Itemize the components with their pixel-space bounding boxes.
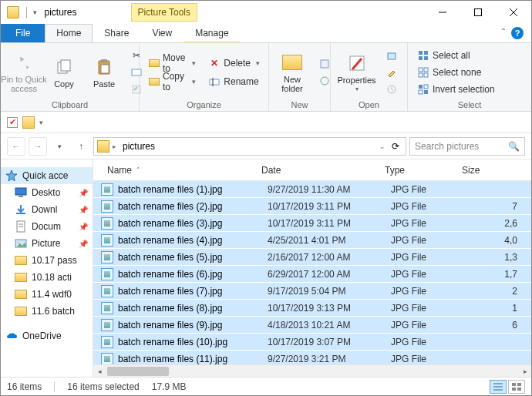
preview-pane-checkbox[interactable]: ✔ (7, 117, 18, 128)
file-row[interactable]: batch rename files (8).jpg10/17/2019 3:1… (93, 300, 531, 317)
file-type: JPG File (391, 337, 468, 347)
up-button[interactable]: ↑ (72, 137, 90, 156)
qat-dropdown[interactable]: ▾ (33, 8, 37, 16)
new-folder-button[interactable]: New folder (274, 47, 311, 98)
tab-home[interactable]: Home (45, 24, 93, 42)
properties-button[interactable]: Properties ▾ (335, 47, 378, 98)
sidebar-item[interactable]: OneDrive (1, 327, 93, 344)
svg-rect-45 (517, 388, 521, 391)
select-none-button[interactable]: Select none (412, 64, 500, 81)
close-button[interactable] (496, 1, 531, 24)
new-folder-icon (281, 52, 303, 73)
details-view-button[interactable] (490, 380, 507, 394)
scroll-right-icon[interactable]: ▸ (519, 365, 531, 377)
navigation-pane[interactable]: Quick acceDeskto📌Downl📌Docum📌Picture📌10.… (1, 159, 93, 377)
sidebar-item[interactable]: 11.4 wdf0 (1, 286, 93, 303)
file-row[interactable]: batch rename files (3).jpg10/17/2019 3:1… (93, 215, 531, 232)
paste-button[interactable]: Paste (86, 47, 123, 98)
titlebar: │ ▾ pictures Picture Tools (1, 1, 531, 24)
file-row[interactable]: batch rename files (5).jpg2/16/2017 12:0… (93, 249, 531, 266)
svg-rect-32 (19, 196, 23, 197)
tab-view[interactable]: View (140, 24, 184, 42)
pin-quick-access-button[interactable]: Pin to Quick access (5, 47, 42, 98)
breadcrumb-item[interactable]: pictures (120, 141, 158, 152)
select-all-button[interactable]: Select all (412, 47, 500, 64)
file-row[interactable]: batch rename files (10).jpg10/17/2019 3:… (93, 334, 531, 351)
star-icon (5, 169, 18, 182)
column-header-name[interactable]: Name˄ (101, 165, 255, 176)
delete-button[interactable]: ✕Delete (204, 55, 264, 72)
back-button[interactable]: ← (7, 137, 25, 156)
history-button[interactable] (381, 81, 402, 98)
address-history-dropdown[interactable]: ⌄ (379, 143, 386, 150)
options-dropdown-icon[interactable]: ▾ (39, 119, 43, 126)
file-row[interactable]: batch rename files (9).jpg4/18/2013 10:2… (93, 317, 531, 334)
file-row[interactable]: batch rename files (4).jpg4/25/2011 4:01… (93, 232, 531, 249)
file-list[interactable]: batch rename files (1).jpg9/27/2019 11:3… (93, 181, 531, 364)
pin-icon: 📌 (79, 189, 88, 197)
address-bar[interactable]: ▸ pictures ⌄ ⟳ (93, 137, 406, 156)
maximize-button[interactable] (460, 1, 496, 24)
file-type: JPG File (391, 303, 468, 314)
horizontal-scrollbar[interactable]: ◂ ▸ (93, 364, 531, 377)
sidebar-item[interactable]: 11.6 batch (1, 303, 93, 320)
open-button[interactable] (381, 47, 402, 64)
minimize-button[interactable] (425, 1, 460, 24)
file-name: batch rename files (6).jpg (118, 269, 268, 280)
tab-share[interactable]: Share (93, 24, 140, 42)
sidebar-item[interactable]: Downl📌 (1, 201, 93, 218)
copy-to-button[interactable]: Copy to (144, 73, 200, 90)
open-icon (386, 49, 398, 62)
search-box[interactable]: Search pictures 🔍 (409, 137, 525, 156)
file-row[interactable]: batch rename files (11).jpg9/27/2019 3:2… (93, 351, 531, 364)
ribbon-group-new: New folder New (269, 43, 331, 111)
file-row[interactable]: batch rename files (7).jpg9/17/2019 5:04… (93, 283, 531, 300)
file-date: 2/16/2017 12:00 AM (268, 252, 391, 263)
file-row[interactable]: batch rename files (1).jpg9/27/2019 11:3… (93, 181, 531, 198)
svg-rect-7 (101, 59, 107, 62)
content-pane: Name˄ Date Type Size batch rename files … (93, 159, 531, 377)
column-header-type[interactable]: Type (379, 165, 456, 176)
col-size-label: Size (462, 165, 480, 176)
sidebar-item[interactable]: Picture📌 (1, 235, 93, 252)
edit-icon (386, 66, 398, 79)
scroll-left-icon[interactable]: ◂ (93, 365, 106, 377)
move-to-button[interactable]: Move to (144, 55, 200, 72)
file-row[interactable]: batch rename files (2).jpg10/17/2019 3:1… (93, 198, 531, 215)
copy-button[interactable]: Copy (45, 47, 82, 98)
refresh-button[interactable]: ⟳ (389, 141, 402, 152)
breadcrumb-sep-icon[interactable]: ▸ (113, 143, 116, 150)
new-group-label: New (274, 99, 325, 109)
rename-button[interactable]: Rename (204, 73, 264, 90)
tab-manage[interactable]: Manage (184, 24, 240, 42)
scroll-thumb[interactable] (107, 367, 169, 376)
paste-shortcut-button[interactable] (126, 81, 147, 98)
tab-file[interactable]: File (1, 24, 45, 42)
recent-locations-button[interactable]: ▾ (50, 137, 69, 156)
file-row[interactable]: batch rename files (6).jpg6/29/2017 12:0… (93, 266, 531, 283)
sidebar-item[interactable]: Docum📌 (1, 218, 93, 235)
sidebar-item-label: 10.17 pass (32, 255, 77, 266)
jpg-file-icon (101, 251, 113, 263)
ribbon: Pin to Quick access Copy Paste ✂ Clipboa… (1, 42, 531, 112)
edit-button[interactable] (381, 64, 402, 81)
file-name: batch rename files (3).jpg (118, 218, 268, 229)
invert-selection-button[interactable]: Invert selection (412, 81, 500, 98)
help-icon[interactable]: ? (511, 27, 524, 39)
sidebar-item[interactable]: 10.17 pass (1, 252, 93, 269)
window-title: pictures (45, 7, 93, 18)
column-header-date[interactable]: Date (255, 165, 379, 176)
thumbnails-view-button[interactable] (508, 380, 525, 394)
forward-button[interactable]: → (29, 137, 47, 156)
sidebar-item[interactable]: 10.18 acti (1, 269, 93, 286)
jpg-file-icon (101, 183, 113, 196)
svg-rect-43 (517, 383, 521, 386)
main-area: Quick acceDeskto📌Downl📌Docum📌Picture📌10.… (1, 159, 531, 377)
select-all-label: Select all (433, 50, 470, 61)
svg-rect-23 (424, 68, 428, 72)
sidebar-item[interactable]: Deskto📌 (1, 184, 93, 201)
picture-tools-tab-header[interactable]: Picture Tools (131, 3, 197, 22)
ribbon-collapse-icon[interactable]: ˆ (502, 28, 505, 39)
column-header-size[interactable]: Size (456, 165, 531, 176)
sidebar-item[interactable]: Quick acce (1, 167, 93, 184)
